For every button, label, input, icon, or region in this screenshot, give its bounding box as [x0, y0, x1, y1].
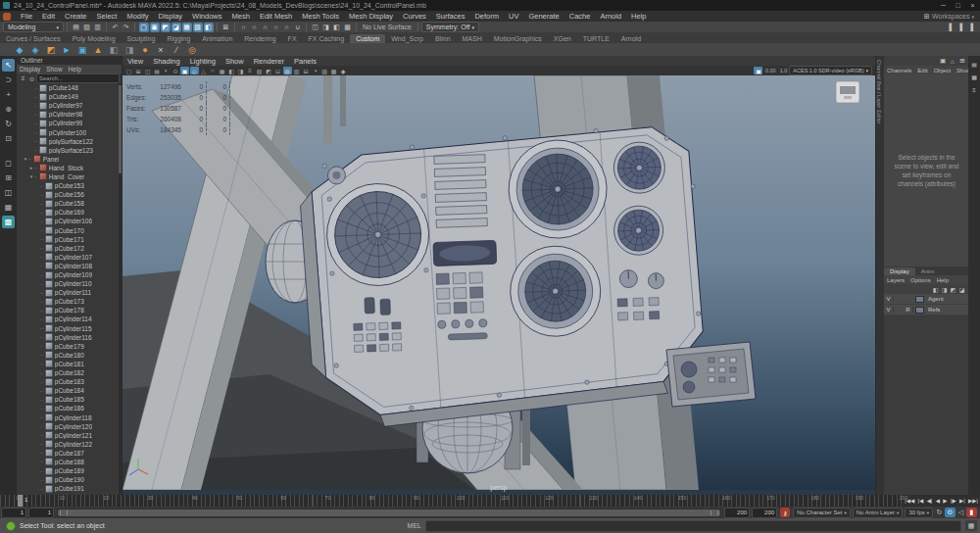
shelf-cube-icon[interactable]: ◈: [29, 44, 41, 56]
step-forward-key-button[interactable]: |▶: [951, 498, 956, 504]
outliner-item[interactable]: –pCube169: [17, 208, 122, 217]
shelf-tab-sculpting[interactable]: Sculpting: [122, 34, 162, 43]
viewport-toolbar-icon[interactable]: ◩: [265, 67, 273, 74]
outliner-item[interactable]: –pCylinder111: [17, 288, 122, 297]
viewport-toolbar-icon[interactable]: ◎: [283, 67, 292, 74]
outliner-item[interactable]: –pCylinder116: [17, 333, 122, 342]
channel-box-menu-channels[interactable]: Channels: [884, 68, 914, 73]
shelf-screen-a-icon[interactable]: ◧: [108, 44, 120, 56]
viewport-toolbar-icon[interactable]: ⊟: [302, 67, 311, 74]
layout-persp-outliner-button[interactable]: ◫: [2, 186, 15, 199]
viewport-toolbar-icon[interactable]: ∩: [209, 67, 218, 74]
animation-start-field[interactable]: 1: [1, 508, 26, 518]
outliner-item[interactable]: –pCylinder106: [17, 217, 122, 225]
outliner-item[interactable]: ▾–Hand_Cover: [17, 172, 122, 181]
step-forward-frame-button[interactable]: ▶|: [959, 498, 965, 504]
undo-icon[interactable]: ↶: [111, 23, 121, 32]
isolate-select-button[interactable]: ▩: [2, 216, 15, 228]
menu-mesh[interactable]: Mesh: [227, 12, 255, 21]
step-back-frame-button[interactable]: |◀: [918, 498, 924, 504]
save-scene-icon[interactable]: ▥: [93, 23, 103, 32]
shelf-ball-icon[interactable]: ●: [139, 44, 151, 56]
viewport-toolbar-icon[interactable]: ▣: [180, 67, 189, 74]
layer-editor-menu-layers[interactable]: Layers: [884, 277, 907, 283]
render-view-icon[interactable]: ◫: [311, 23, 320, 32]
set-key-icon[interactable]: ⚷: [780, 508, 790, 517]
outliner-item[interactable]: –pCylinder99: [17, 119, 122, 127]
outliner-item[interactable]: –pCube190: [17, 475, 122, 484]
layer-display-type-toggle[interactable]: R: [904, 307, 913, 313]
outliner-item[interactable]: –pCylinder98: [17, 110, 122, 119]
viewport-menu-lighting[interactable]: Lighting: [185, 57, 220, 66]
viewport-toolbar-icon[interactable]: ◨: [236, 67, 245, 74]
shelf-tab-turtle[interactable]: TURTLE: [577, 34, 615, 43]
viewport-menu-show[interactable]: Show: [220, 57, 249, 66]
select-component-icon[interactable]: ◩: [161, 23, 171, 32]
rotate-tool[interactable]: ↻: [2, 118, 15, 130]
viewport-toolbar-icon[interactable]: ▩: [329, 67, 338, 74]
snap-curve-icon[interactable]: ∩: [250, 23, 260, 32]
viewport-toolbar-icon[interactable]: ◑: [311, 67, 319, 74]
outliner-item[interactable]: –pCube183: [17, 377, 122, 386]
select-hierarchy-icon[interactable]: ▢: [139, 23, 149, 32]
viewport-toolbar-icon[interactable]: ◆: [339, 67, 348, 74]
select-edge-icon[interactable]: ▦: [182, 23, 192, 32]
move-layer-down-icon[interactable]: ◪: [958, 285, 966, 293]
outliner-item[interactable]: –pCube148: [17, 83, 122, 92]
layer-visibility-toggle[interactable]: V: [884, 296, 894, 302]
shelf-delete-icon[interactable]: ×: [155, 44, 167, 56]
layer-editor-tab-anim[interactable]: Anim: [915, 267, 941, 275]
shelf-tab-xgen[interactable]: XGen: [548, 34, 577, 43]
outliner-item[interactable]: –pCylinder109: [17, 270, 122, 279]
select-tool[interactable]: ↖: [2, 59, 15, 72]
viewport-toolbar-icon[interactable]: ⊡: [273, 67, 282, 74]
viewport-toolbar-icon[interactable]: ▧: [255, 67, 264, 74]
outliner-item[interactable]: ▾–Panel: [17, 155, 122, 164]
viewport-toolbar-icon[interactable]: ▨: [320, 67, 329, 74]
layout-four-pane-button[interactable]: ⊞: [2, 171, 15, 184]
select-face-icon[interactable]: ▨: [193, 23, 203, 32]
no-live-surface-label[interactable]: No Live Surface: [360, 24, 415, 30]
play-backwards-button[interactable]: ◀: [936, 498, 940, 504]
shelf-tab-rendering[interactable]: Rendering: [238, 34, 281, 43]
viewport-menu-panels[interactable]: Panels: [289, 57, 321, 66]
layout-hypershade-button[interactable]: ▦: [2, 201, 15, 214]
shelf-wedge-icon[interactable]: ◩: [45, 44, 57, 56]
outliner-item[interactable]: –pCube179: [17, 342, 122, 351]
menu-select[interactable]: Select: [92, 12, 122, 21]
layer-visibility-toggle[interactable]: V: [884, 307, 894, 313]
scale-tool[interactable]: ⊡: [2, 132, 15, 145]
menu-create[interactable]: Create: [60, 12, 92, 21]
move-tool[interactable]: ⊕: [2, 103, 15, 116]
render-current-frame-icon[interactable]: ◨: [321, 23, 331, 32]
channel-box-tab-icon[interactable]: ▤: [970, 60, 979, 69]
viewport-toolbar-icon[interactable]: ≡: [246, 67, 255, 74]
menu-curves[interactable]: Curves: [398, 12, 431, 21]
gamma-value[interactable]: 1.0: [780, 68, 788, 73]
viewport-toolbar-icon[interactable]: ▦: [218, 67, 226, 74]
menuset-dropdown[interactable]: Modeling▾: [3, 22, 64, 32]
play-forwards-button[interactable]: ▶: [943, 498, 947, 504]
workspaces-dropdown[interactable]: Workspaces: [932, 13, 969, 20]
shelf-tab-curves-surfaces[interactable]: Curves / Surfaces: [0, 34, 67, 43]
home-panel-icon[interactable]: ⌂: [949, 57, 957, 66]
outliner-item[interactable]: –pCube173: [17, 297, 122, 306]
make-live-icon[interactable]: ∪: [293, 23, 303, 32]
outliner-item[interactable]: –pCube187: [17, 449, 122, 458]
channel-box-menu-object[interactable]: Object: [931, 68, 954, 73]
anim-layer-dropdown[interactable]: No Anim Layer▾: [853, 508, 904, 518]
menu-mesh-tools[interactable]: Mesh Tools: [297, 12, 344, 21]
channel-box-vertical-tab[interactable]: Channel Box / Layer Editor: [876, 56, 884, 495]
outliner-item[interactable]: –pCube153: [17, 181, 122, 190]
expand-panel-icon[interactable]: ⊞: [958, 57, 967, 66]
outliner-item[interactable]: –pCylinder120: [17, 422, 122, 431]
auto-keyframe-icon[interactable]: ⊙: [945, 508, 956, 517]
maximize-button[interactable]: □: [951, 2, 965, 9]
viewport-toolbar-icon[interactable]: △: [199, 67, 208, 74]
color-management-icon[interactable]: ▣: [754, 67, 762, 74]
outliner-item[interactable]: –pCube158: [17, 199, 122, 208]
paint-select-tool[interactable]: +: [2, 88, 15, 101]
outliner-item[interactable]: –pCube172: [17, 244, 122, 253]
shelf-tab-motiongraphics[interactable]: MotionGraphics: [488, 34, 548, 43]
viewport-toolbar-icon[interactable]: ◐: [162, 67, 171, 74]
